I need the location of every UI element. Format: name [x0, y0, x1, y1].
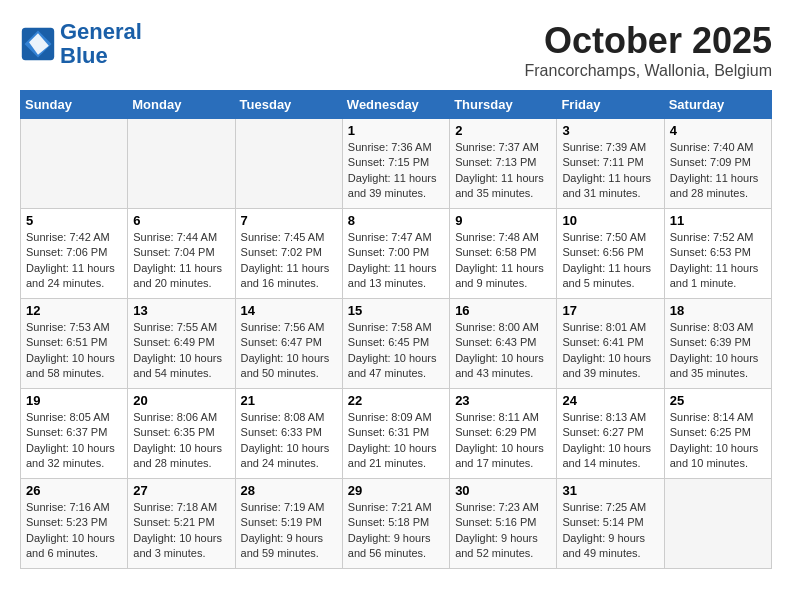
day-info: Sunrise: 8:01 AMSunset: 6:41 PMDaylight:…: [562, 320, 658, 382]
sunset-text: Sunset: 7:15 PM: [348, 156, 429, 168]
sunset-text: Sunset: 5:16 PM: [455, 516, 536, 528]
sunrise-text: Sunrise: 8:08 AM: [241, 411, 325, 423]
sunrise-text: Sunrise: 7:18 AM: [133, 501, 217, 513]
day-info: Sunrise: 7:40 AMSunset: 7:09 PMDaylight:…: [670, 140, 766, 202]
sunset-text: Sunset: 7:06 PM: [26, 246, 107, 258]
day-number: 21: [241, 393, 337, 408]
calendar-week-row: 26Sunrise: 7:16 AMSunset: 5:23 PMDayligh…: [21, 479, 772, 569]
sunrise-text: Sunrise: 7:36 AM: [348, 141, 432, 153]
sunset-text: Sunset: 5:19 PM: [241, 516, 322, 528]
day-info: Sunrise: 8:00 AMSunset: 6:43 PMDaylight:…: [455, 320, 551, 382]
daylight-text: Daylight: 9 hours and 49 minutes.: [562, 532, 645, 559]
day-info: Sunrise: 7:21 AMSunset: 5:18 PMDaylight:…: [348, 500, 444, 562]
day-info: Sunrise: 7:23 AMSunset: 5:16 PMDaylight:…: [455, 500, 551, 562]
sunset-text: Sunset: 7:09 PM: [670, 156, 751, 168]
sunset-text: Sunset: 6:29 PM: [455, 426, 536, 438]
daylight-text: Daylight: 10 hours and 43 minutes.: [455, 352, 544, 379]
daylight-text: Daylight: 10 hours and 17 minutes.: [455, 442, 544, 469]
day-number: 11: [670, 213, 766, 228]
sunrise-text: Sunrise: 7:40 AM: [670, 141, 754, 153]
calendar-cell: 31Sunrise: 7:25 AMSunset: 5:14 PMDayligh…: [557, 479, 664, 569]
day-number: 15: [348, 303, 444, 318]
sunset-text: Sunset: 7:04 PM: [133, 246, 214, 258]
day-number: 18: [670, 303, 766, 318]
month-title: October 2025: [525, 20, 773, 62]
calendar-cell: 22Sunrise: 8:09 AMSunset: 6:31 PMDayligh…: [342, 389, 449, 479]
sunrise-text: Sunrise: 7:44 AM: [133, 231, 217, 243]
daylight-text: Daylight: 10 hours and 3 minutes.: [133, 532, 222, 559]
sunset-text: Sunset: 5:21 PM: [133, 516, 214, 528]
day-number: 1: [348, 123, 444, 138]
calendar-cell: 20Sunrise: 8:06 AMSunset: 6:35 PMDayligh…: [128, 389, 235, 479]
daylight-text: Daylight: 9 hours and 56 minutes.: [348, 532, 431, 559]
day-number: 30: [455, 483, 551, 498]
calendar-cell: 26Sunrise: 7:16 AMSunset: 5:23 PMDayligh…: [21, 479, 128, 569]
sunrise-text: Sunrise: 8:00 AM: [455, 321, 539, 333]
sunrise-text: Sunrise: 7:45 AM: [241, 231, 325, 243]
sunset-text: Sunset: 6:58 PM: [455, 246, 536, 258]
calendar-cell: 2Sunrise: 7:37 AMSunset: 7:13 PMDaylight…: [450, 119, 557, 209]
title-area: October 2025 Francorchamps, Wallonia, Be…: [525, 20, 773, 80]
calendar-cell: 29Sunrise: 7:21 AMSunset: 5:18 PMDayligh…: [342, 479, 449, 569]
calendar-cell: 4Sunrise: 7:40 AMSunset: 7:09 PMDaylight…: [664, 119, 771, 209]
daylight-text: Daylight: 10 hours and 39 minutes.: [562, 352, 651, 379]
calendar-cell: 15Sunrise: 7:58 AMSunset: 6:45 PMDayligh…: [342, 299, 449, 389]
day-info: Sunrise: 8:14 AMSunset: 6:25 PMDaylight:…: [670, 410, 766, 472]
sunset-text: Sunset: 6:31 PM: [348, 426, 429, 438]
day-info: Sunrise: 7:58 AMSunset: 6:45 PMDaylight:…: [348, 320, 444, 382]
daylight-text: Daylight: 9 hours and 52 minutes.: [455, 532, 538, 559]
daylight-text: Daylight: 11 hours and 5 minutes.: [562, 262, 651, 289]
sunrise-text: Sunrise: 7:48 AM: [455, 231, 539, 243]
weekday-header: Thursday: [450, 91, 557, 119]
daylight-text: Daylight: 11 hours and 9 minutes.: [455, 262, 544, 289]
day-number: 25: [670, 393, 766, 408]
calendar-cell: 9Sunrise: 7:48 AMSunset: 6:58 PMDaylight…: [450, 209, 557, 299]
sunrise-text: Sunrise: 8:05 AM: [26, 411, 110, 423]
daylight-text: Daylight: 11 hours and 35 minutes.: [455, 172, 544, 199]
sunset-text: Sunset: 6:45 PM: [348, 336, 429, 348]
daylight-text: Daylight: 10 hours and 32 minutes.: [26, 442, 115, 469]
day-number: 6: [133, 213, 229, 228]
calendar-cell: [128, 119, 235, 209]
calendar-cell: 1Sunrise: 7:36 AMSunset: 7:15 PMDaylight…: [342, 119, 449, 209]
day-number: 5: [26, 213, 122, 228]
sunset-text: Sunset: 6:41 PM: [562, 336, 643, 348]
sunrise-text: Sunrise: 7:19 AM: [241, 501, 325, 513]
day-info: Sunrise: 8:11 AMSunset: 6:29 PMDaylight:…: [455, 410, 551, 472]
day-info: Sunrise: 7:56 AMSunset: 6:47 PMDaylight:…: [241, 320, 337, 382]
weekday-header: Friday: [557, 91, 664, 119]
calendar-cell: 10Sunrise: 7:50 AMSunset: 6:56 PMDayligh…: [557, 209, 664, 299]
sunrise-text: Sunrise: 7:25 AM: [562, 501, 646, 513]
daylight-text: Daylight: 10 hours and 6 minutes.: [26, 532, 115, 559]
logo: General Blue: [20, 20, 142, 68]
sunrise-text: Sunrise: 7:55 AM: [133, 321, 217, 333]
calendar-cell: 21Sunrise: 8:08 AMSunset: 6:33 PMDayligh…: [235, 389, 342, 479]
daylight-text: Daylight: 11 hours and 13 minutes.: [348, 262, 437, 289]
day-info: Sunrise: 7:37 AMSunset: 7:13 PMDaylight:…: [455, 140, 551, 202]
daylight-text: Daylight: 10 hours and 50 minutes.: [241, 352, 330, 379]
sunset-text: Sunset: 6:51 PM: [26, 336, 107, 348]
sunrise-text: Sunrise: 7:23 AM: [455, 501, 539, 513]
day-number: 28: [241, 483, 337, 498]
day-info: Sunrise: 8:03 AMSunset: 6:39 PMDaylight:…: [670, 320, 766, 382]
calendar-cell: 27Sunrise: 7:18 AMSunset: 5:21 PMDayligh…: [128, 479, 235, 569]
calendar-cell: 3Sunrise: 7:39 AMSunset: 7:11 PMDaylight…: [557, 119, 664, 209]
calendar-cell: 12Sunrise: 7:53 AMSunset: 6:51 PMDayligh…: [21, 299, 128, 389]
logo-line2: Blue: [60, 43, 108, 68]
day-info: Sunrise: 7:16 AMSunset: 5:23 PMDaylight:…: [26, 500, 122, 562]
day-info: Sunrise: 7:48 AMSunset: 6:58 PMDaylight:…: [455, 230, 551, 292]
daylight-text: Daylight: 10 hours and 24 minutes.: [241, 442, 330, 469]
day-info: Sunrise: 7:18 AMSunset: 5:21 PMDaylight:…: [133, 500, 229, 562]
sunrise-text: Sunrise: 7:50 AM: [562, 231, 646, 243]
day-info: Sunrise: 7:45 AMSunset: 7:02 PMDaylight:…: [241, 230, 337, 292]
sunrise-text: Sunrise: 8:06 AM: [133, 411, 217, 423]
sunrise-text: Sunrise: 8:11 AM: [455, 411, 539, 423]
day-info: Sunrise: 7:52 AMSunset: 6:53 PMDaylight:…: [670, 230, 766, 292]
sunset-text: Sunset: 7:11 PM: [562, 156, 643, 168]
calendar-cell: [21, 119, 128, 209]
sunrise-text: Sunrise: 8:13 AM: [562, 411, 646, 423]
day-number: 23: [455, 393, 551, 408]
day-info: Sunrise: 7:55 AMSunset: 6:49 PMDaylight:…: [133, 320, 229, 382]
day-info: Sunrise: 7:47 AMSunset: 7:00 PMDaylight:…: [348, 230, 444, 292]
day-info: Sunrise: 8:06 AMSunset: 6:35 PMDaylight:…: [133, 410, 229, 472]
